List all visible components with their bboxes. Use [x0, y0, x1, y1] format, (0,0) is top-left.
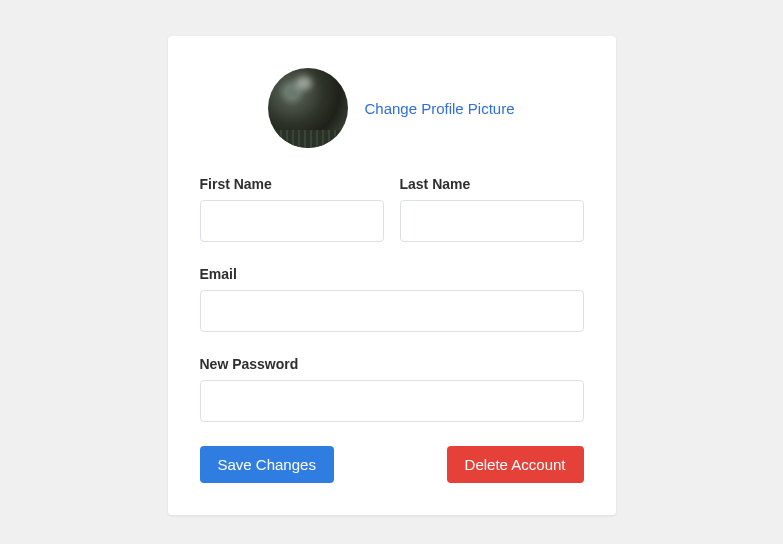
- avatar-image: [268, 68, 348, 148]
- last-name-field-group: Last Name: [400, 176, 584, 242]
- new-password-label: New Password: [200, 356, 584, 372]
- first-name-field-group: First Name: [200, 176, 384, 242]
- last-name-label: Last Name: [400, 176, 584, 192]
- new-password-field-group: New Password: [200, 356, 584, 422]
- email-input[interactable]: [200, 290, 584, 332]
- email-field-group: Email: [200, 266, 584, 332]
- profile-settings-card: Change Profile Picture First Name Last N…: [168, 36, 616, 515]
- first-name-input[interactable]: [200, 200, 384, 242]
- first-name-label: First Name: [200, 176, 384, 192]
- change-profile-picture-link[interactable]: Change Profile Picture: [364, 100, 514, 117]
- avatar-row: Change Profile Picture: [200, 68, 584, 148]
- save-changes-button[interactable]: Save Changes: [200, 446, 334, 483]
- last-name-input[interactable]: [400, 200, 584, 242]
- delete-account-button[interactable]: Delete Account: [447, 446, 584, 483]
- button-row: Save Changes Delete Account: [200, 446, 584, 483]
- new-password-input[interactable]: [200, 380, 584, 422]
- email-label: Email: [200, 266, 584, 282]
